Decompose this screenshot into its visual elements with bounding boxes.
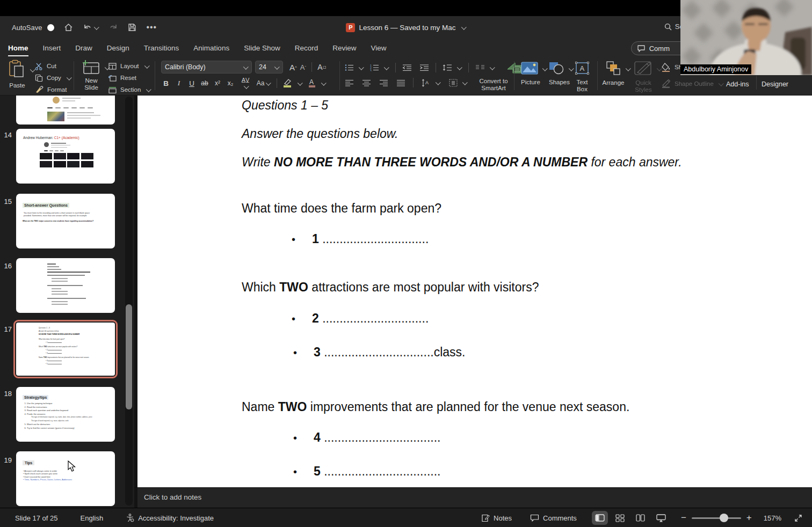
document-title[interactable]: Lesson 6 — Saved to my Mac [359,24,455,32]
character-spacing-button[interactable]: A̲V̲ [238,77,252,90]
font-name-combobox[interactable]: Calibri (Body) [161,61,252,74]
text-direction-button[interactable]: A [421,79,431,87]
zoom-slider-knob[interactable] [720,514,728,522]
tab-record[interactable]: Record [295,44,318,56]
thumbnail-scrollbar-thumb[interactable] [126,304,132,409]
clear-formatting-button[interactable]: A◇ [317,63,327,71]
notes-pane[interactable]: Click to add notes [134,487,812,508]
designer-button[interactable]: Designer [762,80,788,88]
notes-toggle-button[interactable]: Notes [481,514,512,522]
arrange-button[interactable]: Arrange [606,61,625,86]
font-size-combobox[interactable]: 24 [255,61,283,74]
font-color-chevron[interactable] [321,80,327,85]
subscript-button[interactable]: x₂ [226,79,235,87]
shape-outline-button[interactable]: Shape Outline [662,79,723,90]
thumbnail-scrollbar-track[interactable] [125,97,133,506]
zoom-percent[interactable]: 157% [764,514,781,522]
decrease-indent-button[interactable] [402,64,412,71]
convert-smartart-label-1[interactable]: Convert to [475,78,512,85]
italic-button[interactable]: I [174,79,184,87]
highlight-color-button[interactable] [282,78,293,88]
tab-transitions[interactable]: Transitions [144,44,179,56]
increase-font-size-button[interactable]: A^ [289,63,297,72]
tab-design[interactable]: Design [107,44,129,56]
picture-chevron[interactable] [542,66,548,71]
change-case-button[interactable]: Aa [256,79,272,87]
decrease-font-size-button[interactable]: Aˇ [300,63,306,71]
underline-button[interactable]: U [187,79,197,87]
thumbnail-slide-13[interactable] [16,96,115,125]
convert-smartart-label-2[interactable]: SmartArt [475,85,512,92]
thumbnail-slide-19[interactable]: Tips • Answers will always come in order… [16,451,115,506]
notes-icon [481,514,490,522]
tab-draw[interactable]: Draw [75,44,92,56]
arrange-chevron[interactable] [626,66,631,71]
tab-insert[interactable]: Insert [43,44,61,56]
zoom-out-button[interactable]: − [681,513,686,523]
shapes-chevron[interactable] [569,66,574,71]
layout-chevron[interactable] [144,63,149,68]
align-text-chevron[interactable] [462,79,468,85]
slideshow-button[interactable] [653,511,669,525]
tab-view[interactable]: View [371,44,387,56]
tab-animations[interactable]: Animations [193,44,229,56]
line-spacing-button[interactable] [443,64,452,71]
numbering-button[interactable]: 123 [370,64,379,71]
thumbnail-slide-18[interactable]: Strategy/tips Use the jumping technique … [16,387,115,442]
numbering-chevron[interactable] [384,64,389,70]
bullets-button[interactable] [345,64,354,71]
bullets-chevron[interactable] [359,64,364,70]
zoom-in-button[interactable]: + [746,513,752,523]
textbox-button[interactable]: A Text Box [575,62,589,93]
language-indicator[interactable]: English [81,514,104,522]
tab-review[interactable]: Review [332,44,356,56]
strikethrough-button[interactable]: ab [200,79,209,87]
thumbnail-slide-14[interactable]: Andrew Huberman: C1+ (Academic) [16,129,115,184]
accessibility-status[interactable]: ! Accessibility: Investigate [126,514,214,522]
bold-button[interactable]: B [161,79,171,87]
layout-button[interactable]: Layout [108,60,151,72]
columns-chevron[interactable] [490,64,495,70]
picture-button[interactable]: Picture [521,62,538,86]
cut-button[interactable]: Cut [35,60,71,72]
copy-button[interactable]: Copy [35,72,71,84]
text-direction-chevron[interactable] [436,79,441,85]
columns-button[interactable] [475,64,485,71]
reading-view-button[interactable] [633,511,649,525]
addins-button[interactable]: Add-ins [726,80,749,88]
slide-sorter-view-button[interactable] [612,511,628,525]
line-spacing-chevron[interactable] [457,64,462,70]
justify-button[interactable] [396,79,405,86]
normal-view-button[interactable] [592,511,608,525]
align-left-button[interactable] [345,79,354,86]
copy-icon [35,74,43,82]
thumbnail-slide-15[interactable]: Short-answer Questions You must listen t… [16,194,115,248]
align-right-button[interactable] [379,79,388,86]
tab-slideshow[interactable]: Slide Show [244,44,280,56]
copy-chevron[interactable] [67,75,72,80]
tab-home[interactable]: Home [8,44,28,56]
paste-button[interactable]: Paste [8,60,26,89]
title-chevron[interactable] [461,24,466,30]
section-chevron[interactable] [146,86,151,92]
align-text-button[interactable] [449,79,458,87]
thumbnail-slide-17-selected[interactable]: Questions 1 – 5 Answer the questions bel… [13,320,118,378]
section-button[interactable]: Section [108,84,151,96]
font-color-button[interactable]: A [308,78,316,88]
superscript-button[interactable]: x² [213,79,222,87]
align-center-button[interactable] [362,79,371,86]
zoom-slider[interactable] [692,517,741,519]
format-painter-button[interactable]: Format [35,84,71,96]
slide-editing-canvas[interactable]: Questions 1 – 5 Answer the questions bel… [134,96,812,487]
comments-toggle-button[interactable]: Comments [530,514,577,522]
increase-indent-button[interactable] [419,64,429,71]
reset-button[interactable]: Reset [108,72,151,84]
fullscreen-button[interactable] [794,514,802,522]
thumbnail-slide-16[interactable] [16,258,115,313]
quick-styles-button[interactable]: Quick Styles [634,61,653,93]
notes-placeholder[interactable]: Click to add notes [137,488,812,501]
new-slide-button[interactable]: New Slide [81,60,102,91]
highlight-color-chevron[interactable] [298,80,303,85]
thumbnail-number-16: 16 [0,262,12,270]
shapes-button[interactable]: Shapes [549,62,565,86]
